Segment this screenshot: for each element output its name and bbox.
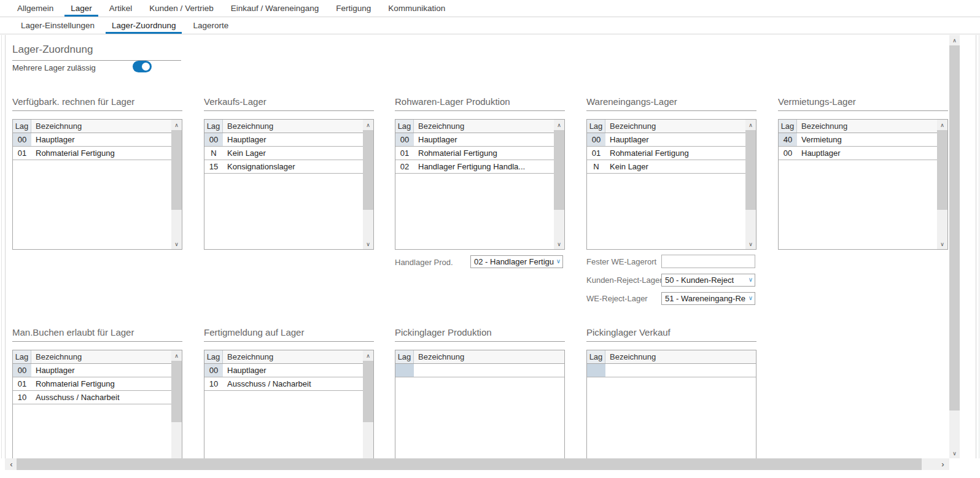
scroll-up-icon[interactable]: ∧ <box>363 120 373 130</box>
cell-bezeichnung: Ausschuss / Nacharbeit <box>223 377 363 390</box>
table-row[interactable]: 00Hauptlager <box>13 364 171 377</box>
lager-listbox: LagBezeichnung00Hauptlager01Rohmaterial … <box>12 350 182 458</box>
empty-table-row[interactable] <box>587 364 756 377</box>
cell-lag: 01 <box>587 147 605 160</box>
cell-bezeichnung: Rohmaterial Fertigung <box>414 147 554 160</box>
scroll-down-icon[interactable]: ∨ <box>949 448 960 458</box>
table-row[interactable]: 40Vermietung <box>779 133 937 147</box>
content-right-border <box>976 35 976 458</box>
tab-einkauf-wareneingang[interactable]: Einkauf / Wareneingang <box>222 0 328 17</box>
panel-verfügbark-rechnen-für-lager: Verfügbark. rechnen für LagerLagBezeichn… <box>12 96 182 250</box>
scroll-down-icon[interactable]: ∨ <box>554 239 564 249</box>
tab-lagerorte[interactable]: Lagerorte <box>184 17 237 34</box>
tab-kommunikation[interactable]: Kommunikation <box>379 0 454 17</box>
tab-kunden-vertrieb[interactable]: Kunden / Vertrieb <box>141 0 222 17</box>
tab-lager-zuordnung[interactable]: Lager-Zuordnung <box>103 17 184 34</box>
list-scroll-thumb[interactable] <box>937 130 947 210</box>
list-vertical-scrollbar[interactable]: ∧∨ <box>171 120 182 249</box>
cell-lag: 40 <box>779 133 797 146</box>
scroll-up-icon[interactable]: ∧ <box>745 120 756 130</box>
fester-we-lagerort-input[interactable] <box>661 255 755 268</box>
panel-fertigmeldung-auf-lager: Fertigmeldung auf LagerLagBezeichnung00H… <box>204 327 374 458</box>
horizontal-scroll-thumb[interactable] <box>17 458 922 470</box>
table-row[interactable]: 00Hauptlager <box>395 133 554 147</box>
scroll-up-icon[interactable]: ∧ <box>363 350 373 361</box>
list-vertical-scrollbar[interactable]: ∧∨ <box>363 350 373 458</box>
column-header-bezeichnung: Bezeichnung <box>414 350 564 363</box>
list-vertical-scrollbar[interactable]: ∧∨ <box>171 350 182 458</box>
table-row[interactable]: 15Konsignationslager <box>204 160 363 174</box>
chevron-down-icon: ∨ <box>556 258 561 264</box>
tab-lager-einstellungen[interactable]: Lager-Einstellungen <box>12 17 103 34</box>
table-row[interactable]: 00Hauptlager <box>779 147 937 160</box>
table-row[interactable]: 10Ausschuss / Nacharbeit <box>13 391 171 404</box>
vertical-scroll-thumb[interactable] <box>949 45 960 411</box>
cell-bezeichnung: Rohmaterial Fertigung <box>605 147 745 160</box>
cell-lag: 00 <box>13 364 31 377</box>
scroll-right-icon[interactable]: › <box>938 458 948 470</box>
scroll-down-icon[interactable]: ∨ <box>745 239 756 249</box>
kunden-reject-lager-label: Kunden-Reject-Lager <box>586 276 663 285</box>
column-header-lag: Lag <box>395 350 414 363</box>
tab-artikel[interactable]: Artikel <box>101 0 141 17</box>
table-row[interactable]: 01Rohmaterial Fertigung <box>13 377 171 391</box>
table-row[interactable]: 00Hauptlager <box>204 364 363 377</box>
table-row[interactable]: 00Hauptlager <box>13 133 171 147</box>
list-scroll-thumb[interactable] <box>363 361 373 422</box>
scroll-down-icon[interactable]: ∨ <box>937 239 947 249</box>
page-vertical-scrollbar[interactable]: ∧ ∨ <box>949 35 960 458</box>
scroll-up-icon[interactable]: ∧ <box>949 35 960 45</box>
scroll-up-icon[interactable]: ∧ <box>171 120 182 130</box>
list-scroll-thumb[interactable] <box>171 130 182 210</box>
page-horizontal-scrollbar[interactable]: ‹ › <box>5 458 949 470</box>
handlager-prod-value: 02 - Handlager Fertigu <box>474 257 554 266</box>
multiple-lager-toggle[interactable] <box>133 61 152 72</box>
panel-title: Vermietungs-Lager <box>778 96 948 111</box>
tab-lager[interactable]: Lager <box>62 0 101 17</box>
cell-lag: 10 <box>13 391 31 404</box>
scroll-left-icon[interactable]: ‹ <box>6 458 17 470</box>
main-tabbar: AllgemeinLagerArtikelKunden / VertriebEi… <box>0 0 980 17</box>
multiple-lager-toggle-label: Mehrere Lager zulässig <box>12 63 96 72</box>
list-vertical-scrollbar[interactable]: ∧∨ <box>363 120 373 249</box>
table-row[interactable]: 02Handlager Fertigung Handla... <box>395 160 554 174</box>
table-row[interactable]: 01Rohmaterial Fertigung <box>13 147 171 160</box>
table-header: LagBezeichnung <box>204 350 363 364</box>
scroll-up-icon[interactable]: ∧ <box>937 120 947 130</box>
table-row[interactable]: 00Hauptlager <box>204 133 363 147</box>
list-vertical-scrollbar[interactable]: ∧∨ <box>554 120 564 249</box>
cell-bezeichnung: Ausschuss / Nacharbeit <box>31 391 171 404</box>
kunden-reject-lager-select[interactable]: 50 - Kunden-Reject ∨ <box>661 274 755 287</box>
table-row[interactable]: 10Ausschuss / Nacharbeit <box>204 377 363 391</box>
cell-lag: 00 <box>13 133 31 146</box>
we-reject-lager-select[interactable]: 51 - Wareneingang-Re ∨ <box>661 292 755 305</box>
column-header-bezeichnung: Bezeichnung <box>605 120 745 133</box>
cell-lag <box>587 364 605 377</box>
cell-lag: 02 <box>395 160 414 173</box>
scroll-up-icon[interactable]: ∧ <box>171 350 182 361</box>
list-vertical-scrollbar[interactable]: ∧∨ <box>745 120 756 249</box>
list-scroll-thumb[interactable] <box>363 130 373 210</box>
tab-allgemein[interactable]: Allgemein <box>9 0 62 17</box>
table-row[interactable]: 01Rohmaterial Fertigung <box>395 147 554 160</box>
table-row[interactable]: NKein Lager <box>587 160 745 174</box>
table-row[interactable]: 00Hauptlager <box>587 133 745 147</box>
list-scroll-thumb[interactable] <box>745 130 756 210</box>
table-row[interactable]: 01Rohmaterial Fertigung <box>587 147 745 160</box>
list-scroll-thumb[interactable] <box>171 361 182 422</box>
scroll-down-icon[interactable]: ∨ <box>171 239 182 249</box>
cell-bezeichnung: Hauptlager <box>605 133 745 146</box>
tab-fertigung[interactable]: Fertigung <box>327 0 379 17</box>
table-row[interactable]: NKein Lager <box>204 147 363 160</box>
scroll-up-icon[interactable]: ∧ <box>554 120 564 130</box>
scroll-down-icon[interactable]: ∨ <box>363 239 373 249</box>
list-scroll-thumb[interactable] <box>554 130 564 210</box>
table-header: LagBezeichnung <box>587 120 745 133</box>
empty-table-row[interactable] <box>395 364 564 377</box>
list-vertical-scrollbar[interactable]: ∧∨ <box>937 120 947 249</box>
cell-lag: 00 <box>587 133 605 146</box>
cell-lag: 10 <box>204 377 223 390</box>
handlager-prod-select[interactable]: 02 - Handlager Fertigu ∨ <box>470 255 563 268</box>
lager-listbox: LagBezeichnung00Hauptlager01Rohmaterial … <box>586 119 756 250</box>
column-header-lag: Lag <box>13 120 31 133</box>
